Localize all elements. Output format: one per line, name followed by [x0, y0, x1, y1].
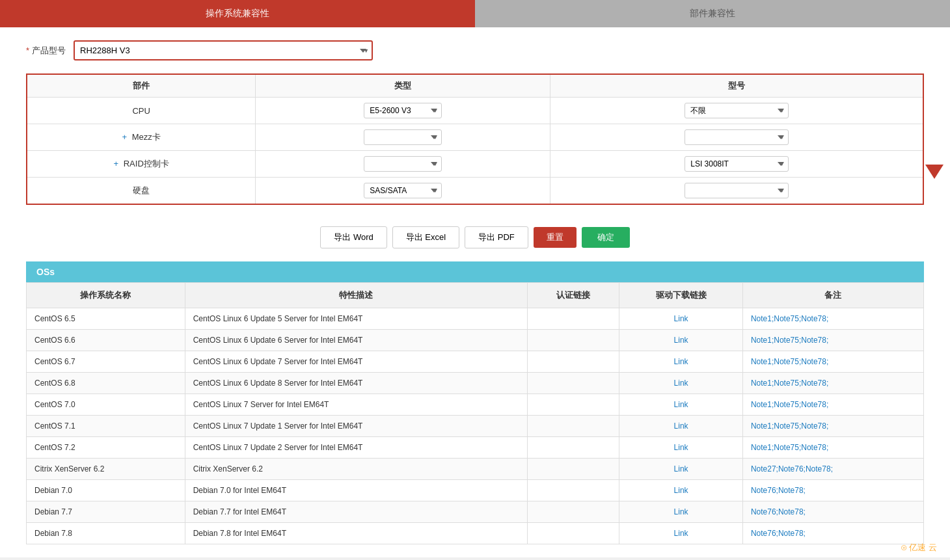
- model-select-3[interactable]: 型号A: [685, 183, 789, 198]
- model-select-2[interactable]: LSI 3008ITLSI 9361: [685, 156, 789, 172]
- table-row: Citrix XenServer 6.2Citrix XenServer 6.2…: [27, 459, 924, 480]
- driver-link[interactable]: Link: [674, 357, 688, 366]
- export-excel-button[interactable]: 导出 Excel: [392, 226, 459, 248]
- tab-os[interactable]: 操作系统兼容性: [0, 0, 475, 27]
- driver-cell[interactable]: Link: [619, 373, 743, 394]
- driver-cell[interactable]: Link: [619, 459, 743, 480]
- os-name-cell: Debian 7.8: [27, 523, 185, 544]
- driver-link[interactable]: Link: [674, 529, 688, 538]
- watermark-icon: ⊙: [901, 542, 907, 552]
- product-label: 产品型号: [32, 45, 66, 57]
- table-row: CentOS 6.6CentOS Linux 6 Update 6 Server…: [27, 330, 924, 351]
- os-name-cell: CentOS 6.8: [27, 373, 185, 394]
- os-name-cell: CentOS 7.1: [27, 416, 185, 437]
- cert-cell: [527, 308, 619, 330]
- component-cell-1: + Mezz卡: [27, 124, 256, 151]
- model-cell-0: 不限E5-2620 V3E5-2650 V3: [550, 98, 923, 124]
- driver-cell[interactable]: Link: [619, 437, 743, 459]
- model-cell-3: 型号A: [550, 178, 923, 205]
- note-cell: Note76;Note78;: [742, 501, 923, 523]
- export-word-button[interactable]: 导出 Word: [320, 226, 387, 248]
- cert-cell: [527, 394, 619, 416]
- table-row: CentOS 7.0CentOS Linux 7 Server for Inte…: [27, 394, 924, 416]
- action-row: 导出 Word 导出 Excel 导出 PDF 重置 确定: [26, 226, 924, 248]
- col-header-3: 驱动下载链接: [619, 283, 743, 308]
- table-row: CentOS 7.2CentOS Linux 7 Update 2 Server…: [27, 437, 924, 459]
- arrow-indicator: [925, 165, 943, 179]
- confirm-button[interactable]: 确定: [582, 227, 630, 248]
- model-select-0[interactable]: 不限E5-2620 V3E5-2650 V3: [685, 103, 789, 118]
- cert-cell: [527, 351, 619, 373]
- table-row: Debian 7.7Debian 7.7 for Intel EM64TLink…: [27, 501, 924, 523]
- product-row: * 产品型号 RH2288H V3 RH2285H V2 RH1288H V3: [26, 40, 924, 60]
- desc-cell: Debian 7.8 for Intel EM64T: [185, 523, 527, 544]
- col-type: 类型: [256, 74, 550, 98]
- model-select-1[interactable]: 型号1: [685, 129, 789, 145]
- driver-cell[interactable]: Link: [619, 330, 743, 351]
- type-select-3[interactable]: SAS/SATANVMe: [364, 183, 442, 198]
- driver-link[interactable]: Link: [674, 464, 688, 473]
- tab-bar: 操作系统兼容性 部件兼容性: [0, 0, 950, 27]
- table-row: Debian 7.8Debian 7.8 for Intel EM64TLink…: [27, 523, 924, 544]
- component-label-2: RAID控制卡: [124, 159, 169, 168]
- note-cell: Note1;Note75;Note78;: [742, 308, 923, 330]
- note-cell: Note76;Note78;: [742, 480, 923, 501]
- type-select-2[interactable]: 类型1: [364, 156, 442, 172]
- table-row: CentOS 6.8CentOS Linux 6 Update 8 Server…: [27, 373, 924, 394]
- table-row: CentOS 6.5CentOS Linux 6 Update 5 Server…: [27, 308, 924, 330]
- os-name-cell: Citrix XenServer 6.2: [27, 459, 185, 480]
- driver-cell[interactable]: Link: [619, 480, 743, 501]
- note-cell: Note1;Note75;Note78;: [742, 437, 923, 459]
- plus-icon-1[interactable]: +: [122, 132, 129, 142]
- watermark-suffix: 云: [929, 542, 937, 552]
- component-cell-3: 硬盘: [27, 178, 256, 205]
- note-cell: Note1;Note75;Note78;: [742, 330, 923, 351]
- note-cell: Note76;Note78;: [742, 523, 923, 544]
- driver-cell[interactable]: Link: [619, 416, 743, 437]
- type-select-0[interactable]: E5-2600 V3E5-2600 V4: [364, 103, 442, 118]
- driver-cell[interactable]: Link: [619, 501, 743, 523]
- cert-cell: [527, 416, 619, 437]
- os-name-cell: CentOS 6.7: [27, 351, 185, 373]
- reset-button[interactable]: 重置: [534, 227, 577, 248]
- driver-cell[interactable]: Link: [619, 351, 743, 373]
- table-row: CentOS 6.7CentOS Linux 6 Update 7 Server…: [27, 351, 924, 373]
- component-label-3: 硬盘: [133, 185, 150, 195]
- driver-link[interactable]: Link: [674, 379, 688, 388]
- os-name-cell: CentOS 7.0: [27, 394, 185, 416]
- model-cell-1: 型号1: [550, 124, 923, 151]
- type-cell-0: E5-2600 V3E5-2600 V4: [256, 98, 550, 124]
- driver-link[interactable]: Link: [674, 486, 688, 495]
- desc-cell: CentOS Linux 6 Update 7 Server for Intel…: [185, 351, 527, 373]
- driver-link[interactable]: Link: [674, 336, 688, 345]
- table-row: Debian 7.0Debian 7.0 for Intel EM64TLink…: [27, 480, 924, 501]
- desc-cell: CentOS Linux 7 Server for Intel EM64T: [185, 394, 527, 416]
- export-pdf-button[interactable]: 导出 PDF: [465, 226, 528, 248]
- driver-cell[interactable]: Link: [619, 523, 743, 544]
- type-cell-1: Mezz卡1: [256, 124, 550, 151]
- col-component: 部件: [27, 74, 256, 98]
- data-table: 操作系统名称特性描述认证链接驱动下载链接备注 CentOS 6.5CentOS …: [26, 282, 924, 544]
- component-label-0: CPU: [132, 106, 150, 116]
- filter-area: 部件 类型 型号 CPUE5-2600 V3E5-2600 V4不限E5-262…: [26, 73, 924, 218]
- desc-cell: Citrix XenServer 6.2: [185, 459, 527, 480]
- tab-parts[interactable]: 部件兼容性: [475, 0, 950, 27]
- cert-cell: [527, 330, 619, 351]
- driver-link[interactable]: Link: [674, 507, 688, 516]
- component-cell-2: + RAID控制卡: [27, 151, 256, 178]
- required-mark: *: [26, 46, 29, 55]
- col-header-2: 认证链接: [527, 283, 619, 308]
- driver-link[interactable]: Link: [674, 421, 688, 431]
- component-cell-0: CPU: [27, 98, 256, 124]
- cert-cell: [527, 501, 619, 523]
- cert-cell: [527, 459, 619, 480]
- driver-link[interactable]: Link: [674, 443, 688, 452]
- cert-cell: [527, 373, 619, 394]
- driver-link[interactable]: Link: [674, 314, 688, 323]
- driver-link[interactable]: Link: [674, 400, 688, 409]
- plus-icon-2[interactable]: +: [114, 159, 121, 168]
- driver-cell[interactable]: Link: [619, 394, 743, 416]
- type-select-1[interactable]: Mezz卡1: [364, 129, 442, 145]
- product-select[interactable]: RH2288H V3 RH2285H V2 RH1288H V3: [74, 40, 373, 60]
- driver-cell[interactable]: Link: [619, 308, 743, 330]
